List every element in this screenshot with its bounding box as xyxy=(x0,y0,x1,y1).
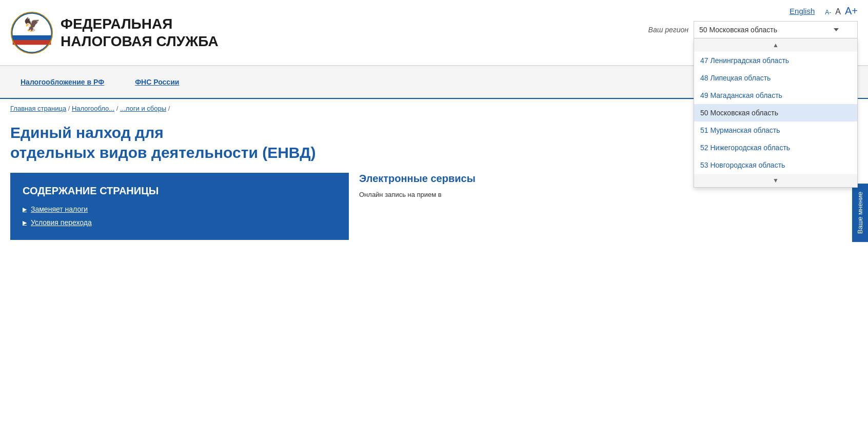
region-selected-value: 50 Московская область xyxy=(699,26,777,34)
sidebar-text: Онлайн запись на прием в xyxy=(359,190,858,200)
logo-icon: 🦅 xyxy=(10,11,53,54)
dropdown-scroll-down-button[interactable]: ▼ xyxy=(694,174,857,187)
svg-rect-3 xyxy=(13,35,51,39)
region-row: Ваш регион 50 Московская область ▲ 47 Ле… xyxy=(648,21,858,38)
dropdown-item-52[interactable]: 52 Нижегородская область xyxy=(694,139,857,156)
region-select-wrapper: 50 Московская область ▲ 47 Ленинградская… xyxy=(694,21,858,38)
blue-content-box: СОДЕРЖАНИЕ СТРАНИЦЫ Заменяет налоги Усло… xyxy=(10,173,349,240)
blue-box-link1[interactable]: Заменяет налоги xyxy=(23,205,337,213)
dropdown-item-49[interactable]: 49 Магаданская область xyxy=(694,87,857,104)
svg-rect-2 xyxy=(13,40,51,45)
dropdown-item-48[interactable]: 48 Липецкая область xyxy=(694,69,857,87)
dropdown-item-53[interactable]: 53 Новгородская область xyxy=(694,156,857,174)
content-left: СОДЕРЖАНИЕ СТРАНИЦЫ Заменяет налоги Усло… xyxy=(10,173,349,240)
breadcrumb-item3[interactable]: ...логи и сборы xyxy=(120,105,166,112)
font-increase-button[interactable]: А+ xyxy=(845,5,858,17)
blue-box-title: СОДЕРЖАНИЕ СТРАНИЦЫ xyxy=(23,185,337,197)
dropdown-item-51[interactable]: 51 Мурманская область xyxy=(694,122,857,139)
region-select-display[interactable]: 50 Московская область xyxy=(694,21,858,38)
region-label: Ваш регион xyxy=(648,26,688,34)
english-link[interactable]: English xyxy=(790,7,815,15)
page-title: Единый нал­​​​​​​​​​​​​​​​​​​​​​​​​​​ход… xyxy=(10,123,316,163)
side-tab[interactable]: Ваше мнение xyxy=(852,183,868,241)
breadcrumb-sep2: / xyxy=(116,105,120,112)
breadcrumb-item2[interactable]: Налогообло... xyxy=(72,105,114,112)
region-dropdown: ▲ 47 Ленинградская область 48 Липецкая о… xyxy=(694,38,858,188)
header: 🦅 ФЕДЕРАЛЬНАЯ НАЛОГОВАЯ СЛУЖБА English А… xyxy=(0,0,868,66)
header-right: English А- А А+ Ваш регион 50 Московская… xyxy=(648,5,858,60)
region-chevron-icon xyxy=(834,28,839,31)
logo-area: 🦅 ФЕДЕРАЛЬНАЯ НАЛОГОВАЯ СЛУЖБА xyxy=(10,11,219,54)
blue-box-link2[interactable]: Условия перехода xyxy=(23,218,337,227)
font-controls: А- А А+ xyxy=(825,5,858,17)
svg-text:🦅: 🦅 xyxy=(24,16,41,33)
breadcrumb-home[interactable]: Главная страница xyxy=(10,105,66,112)
breadcrumb-sep3: / xyxy=(168,105,170,112)
dropdown-item-47[interactable]: 47 Ленинградская область xyxy=(694,52,857,69)
lang-font-row: English А- А А+ xyxy=(790,5,858,17)
font-normal-button[interactable]: А xyxy=(835,7,841,16)
side-tab-label: Ваше мнение xyxy=(856,191,864,233)
dropdown-scroll-up-button[interactable]: ▲ xyxy=(694,38,857,52)
nav-item-taxation[interactable]: Налогообложение в РФ xyxy=(10,71,114,93)
breadcrumb-sep1: / xyxy=(68,105,72,112)
nav-item-fns[interactable]: ФНС России xyxy=(125,71,189,93)
dropdown-item-50[interactable]: 50 Московская область xyxy=(694,104,857,122)
org-title: ФЕДЕРАЛЬНАЯ НАЛОГОВАЯ СЛУЖБА xyxy=(61,15,219,50)
font-decrease-button[interactable]: А- xyxy=(825,9,831,16)
